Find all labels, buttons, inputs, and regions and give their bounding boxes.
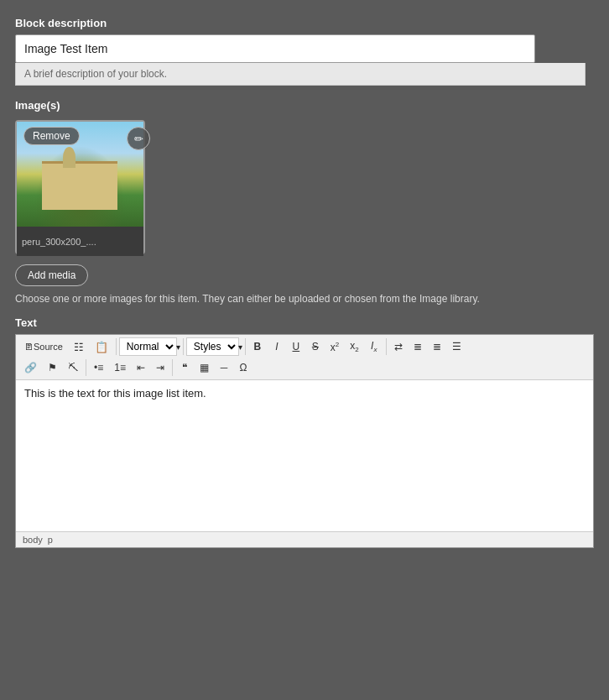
editor-paragraph[interactable]: This is the text for this image list ite… bbox=[24, 387, 585, 400]
underline-icon: U bbox=[293, 341, 300, 353]
underline-button[interactable]: U bbox=[287, 337, 305, 356]
link-icon: 🔗 bbox=[24, 362, 37, 374]
blockquote-button[interactable]: ❝ bbox=[175, 358, 194, 377]
indent-button[interactable]: ⇥ bbox=[151, 358, 169, 377]
pencil-icon: ✏ bbox=[134, 133, 143, 145]
unlink-icon: ⛏ bbox=[68, 362, 78, 374]
source-button[interactable]: 🖹 Source bbox=[19, 337, 68, 356]
block-description-helper: A brief description of your block. bbox=[15, 63, 586, 86]
table-button[interactable]: ▦ bbox=[195, 358, 214, 377]
separator-6 bbox=[172, 359, 173, 376]
separator-2 bbox=[183, 338, 184, 355]
separator-1 bbox=[116, 338, 117, 355]
styles-select[interactable]: Styles bbox=[186, 337, 239, 356]
anchor-button[interactable]: ⚑ bbox=[43, 358, 62, 377]
align-right-button[interactable]: ≣ bbox=[428, 337, 446, 356]
separator-5 bbox=[86, 359, 86, 376]
source-icon: 🖹 bbox=[24, 342, 34, 352]
main-container: Block description A brief description of… bbox=[0, 0, 609, 565]
images-section-label: Image(s) bbox=[15, 99, 594, 112]
toolbar-row-1: 🖹 Source ☷ 📋 Normal bbox=[19, 337, 590, 356]
images-section: Image(s) Remove ✏ peru_300x200_.... Add … bbox=[15, 99, 594, 305]
subscript-button[interactable]: x2 bbox=[345, 337, 363, 356]
indent-icon: ⇥ bbox=[156, 362, 164, 374]
separator-3 bbox=[245, 338, 246, 355]
show-blocks-button[interactable]: ☷ bbox=[69, 337, 89, 356]
editor-wrapper: 🖹 Source ☷ 📋 Normal bbox=[15, 334, 594, 548]
ol-icon: 1≡ bbox=[114, 362, 126, 374]
table-icon: ▦ bbox=[200, 362, 209, 374]
image-filename: peru_300x200_.... bbox=[17, 227, 143, 256]
edit-image-button[interactable]: ✏ bbox=[127, 127, 150, 150]
separator-4 bbox=[386, 338, 387, 355]
align-center-icon: ≣ bbox=[414, 341, 422, 353]
omega-icon: Ω bbox=[239, 362, 247, 374]
outdent-button[interactable]: ⇤ bbox=[132, 358, 150, 377]
outdent-icon: ⇤ bbox=[137, 362, 145, 374]
align-left-button[interactable]: ⇄ bbox=[389, 337, 408, 356]
superscript-icon: x2 bbox=[331, 341, 339, 353]
strikethrough-button[interactable]: S bbox=[306, 337, 325, 356]
source-label: Source bbox=[34, 342, 63, 352]
block-description-label: Block description bbox=[15, 17, 594, 29]
strikethrough-icon: S bbox=[312, 341, 319, 353]
image-grid: Remove ✏ peru_300x200_.... bbox=[15, 120, 594, 254]
italic-icon: I bbox=[275, 341, 278, 353]
images-helper-text: Choose one or more images for this item.… bbox=[15, 293, 594, 305]
flag-icon: ⚑ bbox=[48, 362, 57, 374]
toolbar-row-2: 🔗 ⚑ ⛏ •≡ bbox=[19, 358, 590, 377]
bold-button[interactable]: B bbox=[248, 337, 267, 356]
link-button[interactable]: 🔗 bbox=[19, 358, 42, 377]
align-center-button[interactable]: ≣ bbox=[409, 337, 427, 356]
paste-icon: 📋 bbox=[95, 341, 108, 353]
format-select[interactable]: Normal bbox=[119, 337, 177, 356]
text-section: Text 🖹 Source ☷ 📋 bbox=[15, 316, 594, 548]
align-right-icon: ≣ bbox=[433, 341, 441, 353]
blocks-icon: ☷ bbox=[74, 341, 84, 353]
special-chars-button[interactable]: Ω bbox=[234, 358, 252, 377]
styles-arrow: ▾ bbox=[238, 342, 242, 352]
blockquote-icon: ❝ bbox=[182, 362, 187, 374]
remove-image-button[interactable]: Remove bbox=[23, 127, 80, 145]
italic-button[interactable]: I bbox=[268, 337, 286, 356]
statusbar-tag-body: body bbox=[23, 535, 43, 545]
ul-icon: •≡ bbox=[94, 362, 103, 374]
justify-icon: ☰ bbox=[452, 341, 461, 353]
statusbar-tag-p: p bbox=[48, 535, 53, 545]
add-media-button[interactable]: Add media bbox=[15, 264, 88, 286]
unlink-button[interactable]: ⛏ bbox=[63, 358, 83, 377]
ordered-list-button[interactable]: 1≡ bbox=[109, 358, 131, 377]
editor-toolbar: 🖹 Source ☷ 📋 Normal bbox=[16, 335, 593, 380]
clear-format-icon: Ix bbox=[371, 340, 377, 353]
subscript-icon: x2 bbox=[350, 340, 358, 353]
paste-word-button[interactable]: 📋 bbox=[90, 337, 113, 356]
hr-icon: ─ bbox=[221, 362, 228, 374]
hr-button[interactable]: ─ bbox=[215, 358, 233, 377]
editor-statusbar: body p bbox=[16, 531, 593, 547]
editor-content[interactable]: This is the text for this image list ite… bbox=[16, 380, 593, 531]
align-left-icon: ⇄ bbox=[394, 341, 403, 353]
unordered-list-button[interactable]: •≡ bbox=[89, 358, 108, 377]
justify-button[interactable]: ☰ bbox=[447, 337, 466, 356]
image-card: Remove ✏ peru_300x200_.... bbox=[15, 120, 145, 254]
clear-formatting-button[interactable]: Ix bbox=[365, 337, 383, 356]
superscript-button[interactable]: x2 bbox=[325, 337, 344, 356]
block-description-input[interactable] bbox=[15, 34, 535, 63]
bold-icon: B bbox=[254, 341, 262, 353]
format-arrow: ▾ bbox=[176, 342, 180, 352]
text-section-label: Text bbox=[15, 316, 594, 329]
